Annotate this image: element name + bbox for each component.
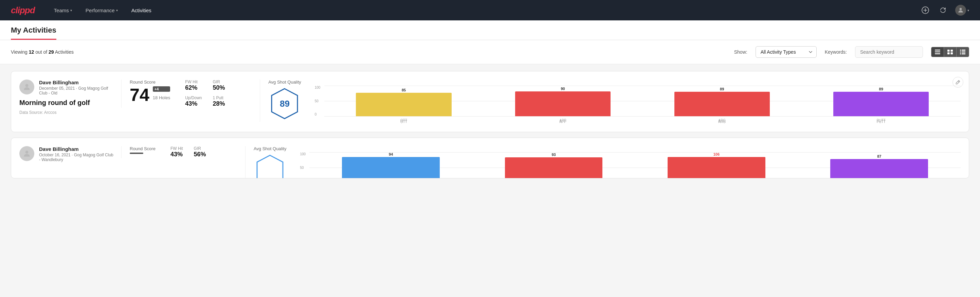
page-title: My Activities [11,26,56,40]
round-score-label-2: Round Score [130,146,156,151]
svg-point-15 [25,84,29,87]
list-compact-view-button[interactable] [931,47,944,57]
avatar [19,80,34,94]
card-user-section: Dave Billingham December 05, 2021 · Gog … [19,80,115,115]
keywords-label: Keywords: [825,49,847,55]
svg-marker-18 [257,155,283,179]
x-label-putt: PUTT [802,120,961,124]
header-left: clippd Teams ▾ Performance ▾ Activities [11,5,157,16]
stat-col-1-2: FW Hit 43% [170,146,183,162]
activity-card: Dave Billingham December 05, 2021 · Gog … [11,71,969,132]
user-date: December 05, 2021 · Gog Magog Golf Club … [39,86,115,96]
bar-value-arg-2: 106 [713,152,719,156]
stat-grid: FW Hit 62% Up/Down 43% GIR 50% 1 Putt [185,80,253,112]
user-details-2: Dave Billingham October 16, 2021 · Gog M… [39,146,115,162]
bar-group-arg-2: 106 [635,152,798,179]
avatar [955,5,966,16]
bar-group-putt: 89 PUTT [802,86,961,116]
nav-item-teams[interactable]: Teams ▾ [49,5,78,16]
show-label: Show: [734,49,748,55]
x-label-arg: ARG [643,120,802,124]
svg-rect-2 [935,50,940,51]
bar-ott-2 [342,157,440,179]
bar-value-app-2: 93 [552,153,555,156]
bar-ott [356,93,451,116]
card-chart-section-2: 100 50 0 94 93 [293,146,961,179]
stat-gir-2: GIR 56% [194,146,206,158]
card-user-section-2: Dave Billingham October 16, 2021 · Gog M… [19,146,115,162]
stat-col-2-2: GIR 56% [194,146,206,162]
user-menu-button[interactable]: ▾ [955,5,969,16]
y-label-0: 0 [315,112,323,116]
bar-putt [833,92,929,116]
refresh-icon[interactable] [937,5,948,16]
bar-app [515,91,611,116]
stat-fw-hit: FW Hit 62% [185,80,202,91]
chart-y-labels-2: 100 50 0 [300,152,308,179]
user-date-2: October 16, 2021 · Gog Magog Golf Club -… [39,153,115,162]
round-score-label: Round Score [130,80,170,85]
search-input[interactable] [855,46,923,58]
chevron-down-icon: ▾ [967,8,969,12]
svg-point-17 [25,150,29,153]
bar-group-putt-2: 87 [798,152,961,179]
chart-bars-2: 94 93 106 87 [309,152,961,179]
bar-arg-2 [668,157,765,179]
bar-group-app: 90 APP [483,86,643,116]
chart-bars: 85 OTT 90 APP 89 ARG [324,86,961,116]
hexagon: 89 [271,88,298,119]
y-label-100: 100 [315,86,323,89]
score-big-2 [130,153,156,154]
card-chart-section: 100 50 0 85 OTT [308,80,961,124]
logo[interactable]: clippd [11,5,35,16]
nav-label-performance: Performance [86,8,115,13]
stat-col-1: FW Hit 62% Up/Down 43% [185,80,202,112]
score-right: +4 18 Holes [153,86,170,104]
add-icon[interactable] [920,5,931,16]
chevron-down-icon: ▾ [70,8,72,12]
header-right: ▾ [920,5,969,16]
score-badge: +4 [153,86,170,92]
bar-group-arg: 89 ARG [643,86,802,116]
bar-group-app-2: 93 [473,152,635,179]
bar-putt-2 [830,159,928,179]
chart: 100 50 0 85 OTT [315,80,961,124]
bar-value-ott-2: 94 [389,152,393,156]
score-value: 74 [130,86,150,104]
stat-grid-2: FW Hit 43% GIR 56% [170,146,239,162]
card-user: Dave Billingham December 05, 2021 · Gog … [19,80,115,96]
nav: Teams ▾ Performance ▾ Activities [49,5,157,16]
activity-card-2: Dave Billingham October 16, 2021 · Gog M… [11,137,969,179]
chart-2: 100 50 0 94 93 [300,146,961,179]
list-detail-view-button[interactable] [956,47,969,57]
svg-rect-10 [962,50,966,51]
hexagon-container-2 [254,155,286,179]
bar-value-app: 90 [561,87,565,91]
filter-bar: Viewing 12 out of 29 Activities Show: Al… [0,40,980,64]
content: Dave Billingham December 05, 2021 · Gog … [0,64,980,191]
user-name: Dave Billingham [39,80,115,85]
chart-x-labels: OTT APP ARG PUTT [324,120,961,124]
chevron-down-icon: ▾ [116,8,118,12]
score-big: 74 +4 18 Holes [130,86,170,104]
stat-updown: Up/Down 43% [185,96,202,107]
bar-arg [675,92,770,116]
nav-item-performance[interactable]: Performance ▾ [80,5,123,16]
svg-rect-4 [935,53,940,54]
nav-item-activities[interactable]: Activities [126,5,157,16]
chart-y-labels: 100 50 0 [315,86,323,116]
activity-type-select[interactable]: All Activity Types [756,46,817,58]
quality-label-2: Avg Shot Quality [254,146,286,151]
grid-view-button[interactable] [944,47,956,57]
svg-point-1 [959,8,962,10]
stat-fw-hit-2: FW Hit 43% [170,146,183,158]
data-source: Data Source: Arccos [19,110,115,115]
bar-value-arg: 89 [720,87,724,91]
svg-rect-3 [935,52,940,53]
grid-line-bot [324,116,961,117]
svg-rect-5 [947,50,950,52]
score-dash-line [130,153,143,154]
bar-value-putt-2: 87 [877,154,881,158]
y-label-50: 50 [315,99,323,103]
view-toggle [931,47,969,57]
